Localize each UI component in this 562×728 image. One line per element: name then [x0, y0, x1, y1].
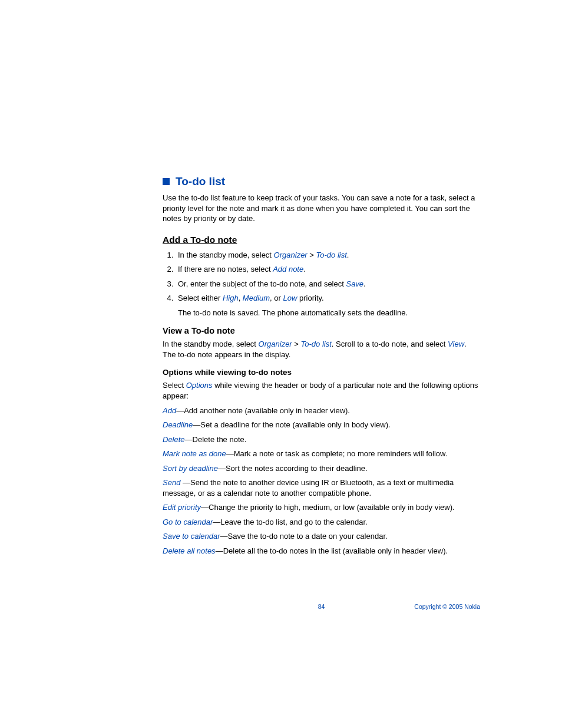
- menu-organizer: Organizer: [274, 251, 308, 259]
- step-4-note: The to-do note is saved. The phone autom…: [178, 308, 480, 318]
- options-heading: Options while viewing to-do notes: [163, 368, 480, 377]
- menu-organizer-2: Organizer: [259, 340, 292, 348]
- option-edit-priority: Edit priority—Change the priority to hig…: [163, 502, 480, 513]
- add-heading: Add a To-do note: [163, 235, 480, 245]
- section-intro: Use the to-do list feature to keep track…: [163, 193, 480, 224]
- page-number: 84: [318, 603, 325, 610]
- square-bullet-icon: [163, 178, 170, 185]
- option-send: Send —Send the note to another device us…: [163, 477, 480, 498]
- option-delete: Delete—Delete the note.: [163, 434, 480, 445]
- add-steps-list: In the standby mode, select Organizer > …: [163, 250, 480, 318]
- copyright-text: Copyright © 2005 Nokia: [414, 603, 480, 610]
- step-3: Or, enter the subject of the to-do note,…: [176, 279, 480, 289]
- option-sort-deadline: Sort by deadline—Sort the notes accordin…: [163, 463, 480, 474]
- view-heading: View a To-do note: [163, 326, 480, 335]
- step-1: In the standby mode, select Organizer > …: [176, 250, 480, 261]
- view-paragraph: In the standby mode, select Organizer > …: [163, 339, 480, 360]
- section-title-text: To-do list: [176, 175, 225, 188]
- step-4: Select either High, Medium, or Low prior…: [176, 293, 480, 318]
- step-2: If there are no notes, select Add note.: [176, 264, 480, 275]
- option-deadline: Deadline—Set a deadline for the note (av…: [163, 420, 480, 430]
- option-add: Add—Add another note (available only in …: [163, 406, 480, 416]
- priority-high: High: [223, 294, 239, 302]
- menu-todolist-2: To-do list: [301, 340, 332, 348]
- priority-medium: Medium: [243, 294, 270, 302]
- option-save-calendar: Save to calendar—Save the to-do note to …: [163, 531, 480, 542]
- menu-addnote: Add note: [273, 265, 303, 274]
- priority-low: Low: [283, 294, 297, 302]
- document-page: To-do list Use the to-do list feature to…: [0, 0, 562, 728]
- option-go-calendar: Go to calendar—Leave the to-do list, and…: [163, 517, 480, 528]
- options-intro: Select Options while viewing the header …: [163, 380, 480, 401]
- section-title: To-do list: [163, 175, 480, 188]
- menu-todolist: To-do list: [316, 251, 347, 259]
- menu-options: Options: [186, 381, 213, 390]
- menu-save: Save: [346, 279, 363, 288]
- menu-view: View: [448, 340, 464, 348]
- option-mark-done: Mark note as done—Mark a note or task as…: [163, 449, 480, 459]
- option-delete-all: Delete all notes—Delete all the to-do no…: [163, 546, 480, 556]
